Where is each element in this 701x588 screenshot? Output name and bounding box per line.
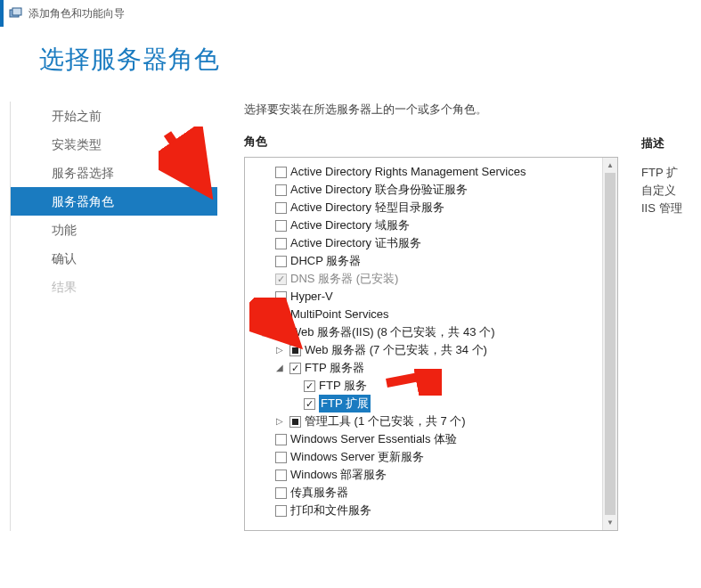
tree-checkbox[interactable]	[275, 184, 287, 196]
tree-row[interactable]: ◢Web 服务器(IIS) (8 个已安装，共 43 个)	[249, 323, 614, 341]
description-line: FTP 扩	[641, 164, 701, 182]
sidebar-item-install-type[interactable]: 安装类型	[11, 130, 217, 159]
tree-node-label[interactable]: FTP 服务	[319, 377, 367, 395]
left-stub	[0, 102, 11, 531]
tree-row[interactable]: ▷FTP 扩展	[249, 395, 614, 412]
sidebar-item-confirm[interactable]: 确认	[11, 244, 217, 273]
roles-tree: ▷Active Directory Rights Management Serv…	[244, 157, 618, 531]
description-panel: 描述 FTP 扩 自定义 IIS 管理	[641, 135, 701, 217]
tree-checkbox[interactable]	[275, 238, 287, 249]
tree-row[interactable]: ▷Windows 部署服务	[249, 466, 614, 484]
svg-rect-1	[12, 8, 21, 15]
tree-checkbox[interactable]	[275, 452, 287, 463]
tree-node-label[interactable]: 传真服务器	[290, 484, 348, 502]
scroll-down-icon[interactable]: ▼	[603, 515, 617, 530]
sidebar-item-before-begin[interactable]: 开始之前	[11, 102, 217, 130]
tree-checkbox[interactable]	[275, 487, 287, 499]
tree-row[interactable]: ▷DNS 服务器 (已安装)	[249, 270, 614, 288]
tree-row[interactable]: ▷Windows Server 更新服务	[249, 448, 614, 466]
scroll-track[interactable]	[603, 173, 617, 515]
tree-checkbox[interactable]	[275, 309, 287, 321]
sidebar-item-server-select[interactable]: 服务器选择	[11, 159, 217, 187]
tree-checkbox[interactable]	[275, 220, 287, 232]
tree-node-label[interactable]: 打印和文件服务	[290, 502, 371, 519]
tree-checkbox[interactable]	[304, 380, 315, 392]
tree-checkbox[interactable]	[275, 167, 287, 178]
tree-row[interactable]: ▷传真服务器	[249, 484, 614, 502]
step-sidebar: 开始之前 安装类型 服务器选择 服务器角色 功能 确认 结果	[11, 102, 217, 531]
tree-node-label[interactable]: FTP 扩展	[319, 395, 371, 412]
tree-node-label[interactable]: Web 服务器(IIS) (8 个已安装，共 43 个)	[290, 323, 494, 341]
tree-row[interactable]: ▷Active Directory 域服务	[249, 216, 614, 234]
tree-node-label[interactable]: Active Directory 证书服务	[290, 234, 421, 252]
tree-node-label[interactable]: Active Directory 联合身份验证服务	[290, 181, 468, 199]
tree-node-label[interactable]: MultiPoint Services	[290, 306, 389, 323]
tree-node-label[interactable]: DNS 服务器 (已安装)	[290, 270, 398, 288]
tree-node-label[interactable]: 管理工具 (1 个已安装，共 7 个)	[305, 412, 466, 430]
tree-row[interactable]: ▷Active Directory 联合身份验证服务	[249, 181, 614, 199]
expander-open-icon[interactable]: ◢	[261, 328, 270, 337]
expander-closed-icon[interactable]: ▷	[275, 346, 284, 355]
tree-checkbox[interactable]	[289, 363, 301, 374]
tree-node-label[interactable]: Windows 部署服务	[290, 466, 387, 484]
tree-node-label[interactable]: Web 服务器 (7 个已安装，共 34 个)	[305, 341, 487, 359]
tree-checkbox[interactable]	[275, 291, 287, 303]
tree-row[interactable]: ▷MultiPoint Services	[249, 306, 614, 323]
scroll-thumb[interactable]	[605, 173, 615, 515]
tree-row[interactable]: ▷FTP 服务	[249, 377, 614, 395]
scroll-up-icon[interactable]: ▲	[603, 158, 617, 173]
description-line: 自定义	[641, 182, 701, 200]
tree-row[interactable]: ▷Active Directory 证书服务	[249, 234, 614, 252]
tree-checkbox[interactable]	[304, 398, 315, 410]
description-line: IIS 管理	[641, 200, 701, 217]
tree-checkbox[interactable]	[275, 202, 287, 214]
tree-row[interactable]: ▷Active Directory 轻型目录服务	[249, 199, 614, 216]
tree-row[interactable]: ◢FTP 服务器	[249, 359, 614, 377]
page-title: 选择服务器角色	[39, 43, 701, 77]
tree-checkbox[interactable]	[289, 416, 301, 428]
roles-label: 角色	[244, 134, 701, 150]
tree-checkbox[interactable]	[275, 434, 287, 445]
tree-row[interactable]: ▷管理工具 (1 个已安装，共 7 个)	[249, 412, 614, 430]
tree-node-label[interactable]: Windows Server 更新服务	[290, 448, 424, 466]
sidebar-item-result: 结果	[11, 273, 217, 301]
window-titlebar: 添加角色和功能向导	[0, 0, 701, 27]
tree-checkbox[interactable]	[275, 505, 287, 517]
tree-node-label[interactable]: Hyper-V	[290, 288, 333, 306]
tree-checkbox[interactable]	[275, 470, 287, 481]
content-area: 选择要安装在所选服务器上的一个或多个角色。 角色 ▷Active Directo…	[217, 102, 701, 531]
tree-scrollbar[interactable]: ▲ ▼	[602, 158, 617, 530]
tree-node-label[interactable]: Active Directory 域服务	[290, 216, 410, 234]
tree-row[interactable]: ▷Active Directory Rights Management Serv…	[249, 163, 614, 181]
tree-row[interactable]: ▷打印和文件服务	[249, 502, 614, 519]
instruction-text: 选择要安装在所选服务器上的一个或多个角色。	[244, 102, 701, 118]
tree-row[interactable]: ▷DHCP 服务器	[249, 252, 614, 270]
tree-node-label[interactable]: Windows Server Essentials 体验	[290, 430, 457, 448]
sidebar-item-features[interactable]: 功能	[11, 216, 217, 244]
tree-checkbox[interactable]	[289, 345, 301, 356]
tree-row[interactable]: ▷Windows Server Essentials 体验	[249, 430, 614, 448]
window-title: 添加角色和功能向导	[29, 6, 125, 21]
description-label: 描述	[641, 135, 701, 151]
tree-checkbox[interactable]	[275, 256, 287, 267]
tree-node-label[interactable]: Active Directory 轻型目录服务	[290, 199, 444, 216]
tree-node-label[interactable]: Active Directory Rights Management Servi…	[290, 163, 526, 181]
sidebar-item-server-roles[interactable]: 服务器角色	[11, 187, 217, 216]
expander-open-icon[interactable]: ◢	[275, 363, 284, 372]
tree-row[interactable]: ▷Hyper-V	[249, 288, 614, 306]
tree-row[interactable]: ▷Web 服务器 (7 个已安装，共 34 个)	[249, 341, 614, 359]
tree-node-label[interactable]: FTP 服务器	[305, 359, 364, 377]
wizard-icon	[9, 6, 23, 20]
expander-closed-icon[interactable]: ▷	[275, 417, 284, 426]
page-header: 选择服务器角色	[0, 27, 701, 84]
tree-checkbox[interactable]	[275, 327, 287, 339]
tree-node-label[interactable]: DHCP 服务器	[290, 252, 361, 270]
tree-checkbox	[275, 274, 287, 285]
